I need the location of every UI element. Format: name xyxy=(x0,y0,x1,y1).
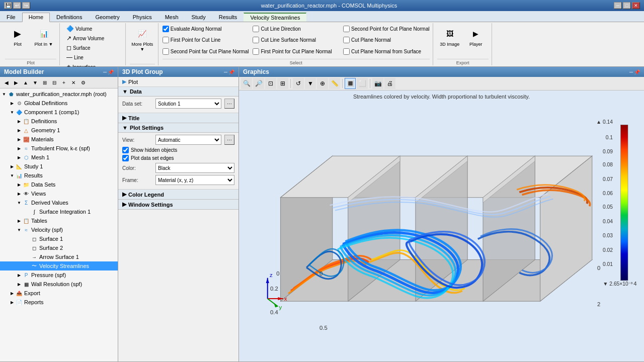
grid-btn[interactable]: ⊞ xyxy=(277,78,288,89)
quick-access-redo[interactable]: ↪ xyxy=(22,2,30,9)
plot-edges-check[interactable] xyxy=(122,155,129,161)
expand-defs[interactable]: ▶ xyxy=(16,118,22,124)
dataset-action-btn[interactable]: ⋯ xyxy=(224,99,234,109)
tree-item-derived-vals[interactable]: ▼ Σ Derived Values xyxy=(0,198,118,207)
rotate-left-btn[interactable]: ↺ xyxy=(293,78,304,89)
plot-panel-pin[interactable]: 📌 xyxy=(228,69,234,75)
view-select[interactable]: Automatic xyxy=(155,135,221,145)
zoom-in-btn[interactable]: 🔍 xyxy=(241,78,252,89)
cut-plane-n-check[interactable] xyxy=(343,37,350,43)
mb-delete-btn[interactable]: ✕ xyxy=(69,78,78,87)
tree-item-datasets[interactable]: ▶ 📁 Data Sets xyxy=(0,180,118,189)
tree-item-surface1[interactable]: ▶ ◻ Surface 1 xyxy=(0,234,118,243)
tab-definitions[interactable]: Definitions xyxy=(50,13,89,22)
first-pt-cut-check[interactable] xyxy=(163,37,169,43)
tree-item-study1[interactable]: ▶ 📐 Study 1 xyxy=(0,162,118,171)
tree-item-global-defs[interactable]: ▶ ⚙ Global Definitions xyxy=(0,99,118,108)
first-pt-cut-line-cb[interactable]: First Point for Cut Line xyxy=(163,36,249,45)
expand-results[interactable]: ▼ xyxy=(9,172,15,178)
mb-add-btn[interactable]: + xyxy=(59,78,68,87)
tree-item-definitions[interactable]: ▶ 📋 Definitions xyxy=(0,117,118,126)
second-pt-check[interactable] xyxy=(343,26,350,32)
tree-item-surface2[interactable]: ▶ ◻ Surface 2 xyxy=(0,243,118,252)
cut-line-sn-check[interactable] xyxy=(253,37,259,43)
zoom-fit-btn[interactable]: ⊡ xyxy=(265,78,276,89)
print-btn[interactable]: 🖨 xyxy=(384,78,395,89)
minimize-btn[interactable]: ─ xyxy=(614,2,622,9)
plot-in-button[interactable]: 📊 Plot In ▼ xyxy=(31,24,56,48)
window-settings-section-header[interactable]: ▶ Window Settings xyxy=(118,200,238,210)
cut-plane-normal-cb[interactable]: Cut Plane Normal xyxy=(343,36,430,45)
axes-btn[interactable]: ⊕ xyxy=(317,78,328,89)
plot-settings-section-header[interactable]: ▼ Plot Settings xyxy=(118,123,238,133)
tree-item-root[interactable]: ▼ ⬟ water_purification_reactor.mph (root… xyxy=(0,89,118,99)
tab-results[interactable]: Results xyxy=(212,13,244,22)
line-btn[interactable]: —Line xyxy=(64,53,86,62)
title-section-header[interactable]: ▶ Title xyxy=(118,113,238,123)
second-pt-cut-check[interactable] xyxy=(163,48,169,55)
tree-item-tables[interactable]: ▶ 📋 Tables xyxy=(0,216,118,225)
tree-item-arrow-surface1[interactable]: ▶ → Arrow Surface 1 xyxy=(0,252,118,261)
mb-up-btn[interactable]: ▲ xyxy=(21,78,30,87)
expand-derived[interactable]: ▼ xyxy=(16,200,22,206)
tree-item-wall-res[interactable]: ▶ ▦ Wall Resolution (spf) xyxy=(0,280,118,289)
mb-pin-btn[interactable]: 📌 xyxy=(108,69,114,75)
second-pt-cut-plane-cb[interactable]: Second Point for Cut Plane Normal xyxy=(343,24,430,33)
tab-home[interactable]: Home xyxy=(22,13,50,22)
tab-mesh[interactable]: Mesh xyxy=(158,13,185,22)
zoom-out-btn[interactable]: 🔎 xyxy=(253,78,264,89)
mb-expand-btn[interactable]: ⊞ xyxy=(40,78,49,87)
tree-item-surface-int1[interactable]: ▶ ∫ Surface Integration 1 xyxy=(0,207,118,216)
expand-tables[interactable]: ▶ xyxy=(16,218,22,224)
quick-access-save[interactable]: 💾 xyxy=(4,2,12,9)
rotate-dropdown-btn[interactable]: ▼ xyxy=(305,78,316,89)
frame-select[interactable]: Material (x, y, z) xyxy=(155,175,234,185)
expand-global[interactable]: ▶ xyxy=(9,100,15,106)
more-plots-btn[interactable]: 📈 More Plots ▼ xyxy=(130,24,155,53)
volume-btn[interactable]: 🔷Volume xyxy=(64,24,95,33)
expand-datasets[interactable]: ▶ xyxy=(16,182,22,188)
cut-line-dir-cb[interactable]: Cut Line Direction xyxy=(253,24,339,33)
data-section-header[interactable]: ▼ Data xyxy=(118,87,238,97)
expand-mesh[interactable]: ▶ xyxy=(16,154,22,160)
tab-study[interactable]: Study xyxy=(185,13,212,22)
mb-down-btn[interactable]: ▼ xyxy=(31,78,40,87)
tab-geometry[interactable]: Geometry xyxy=(89,13,126,22)
graphics-collapse[interactable]: ─ xyxy=(629,69,633,75)
tree-item-reports[interactable]: ▶ 📄 Reports xyxy=(0,298,118,307)
arrow-volume-btn[interactable]: ↗Arrow Volume xyxy=(64,34,107,43)
mb-back-btn[interactable]: ◀ xyxy=(2,78,11,87)
plot-panel-collapse[interactable]: ─ xyxy=(224,69,227,75)
expand-turb[interactable]: ▶ xyxy=(16,145,22,151)
view-3d-btn[interactable]: 🔳 xyxy=(345,78,356,89)
first-pt-cp-check[interactable] xyxy=(253,48,259,55)
tab-file[interactable]: File xyxy=(0,13,22,22)
expand-root[interactable]: ▼ xyxy=(1,91,7,97)
cpn-surface-check[interactable] xyxy=(343,48,350,55)
screenshot-btn[interactable]: 📷 xyxy=(372,78,383,89)
tree-item-pressure-spf[interactable]: ▶ P Pressure (spf) xyxy=(0,270,118,280)
mb-forward-btn[interactable]: ▶ xyxy=(12,78,21,87)
view-action-btn[interactable]: ⋯ xyxy=(224,135,234,145)
measure-btn[interactable]: 📏 xyxy=(329,78,340,89)
expand-mats[interactable]: ▶ xyxy=(16,136,22,142)
expand-vel-spf[interactable]: ▼ xyxy=(16,227,22,233)
tab-physics[interactable]: Physics xyxy=(126,13,158,22)
graphics-pin[interactable]: 📌 xyxy=(634,69,640,75)
tree-item-export[interactable]: ▶ 📤 Export xyxy=(0,289,118,298)
maximize-btn[interactable]: □ xyxy=(623,2,631,9)
expand-reports[interactable]: ▶ xyxy=(9,299,15,305)
plot-button[interactable]: ▶ Plot xyxy=(5,24,30,48)
player-btn[interactable]: ▶ Player xyxy=(463,24,489,48)
expand-pres[interactable]: ▶ xyxy=(16,272,22,278)
first-pt-cut-plane-cb[interactable]: First Point for Cut Plane Normal xyxy=(253,47,339,56)
dataset-select[interactable]: Solution 1 xyxy=(155,99,221,109)
cut-line-dir-check[interactable] xyxy=(253,26,259,32)
tree-item-vel-streamlines[interactable]: ▶ 〜 Velocity Streamlines xyxy=(0,261,118,270)
3d-image-btn[interactable]: 🖼 3D Image xyxy=(437,24,462,48)
tree-item-materials[interactable]: ▶ 🧱 Materials xyxy=(0,135,118,144)
color-legend-section-header[interactable]: ▶ Color Legend xyxy=(118,190,238,200)
expand-export[interactable]: ▶ xyxy=(9,290,15,296)
tree-item-geometry1[interactable]: ▶ △ Geometry 1 xyxy=(0,126,118,135)
surface-btn[interactable]: ◻Surface xyxy=(64,43,93,52)
